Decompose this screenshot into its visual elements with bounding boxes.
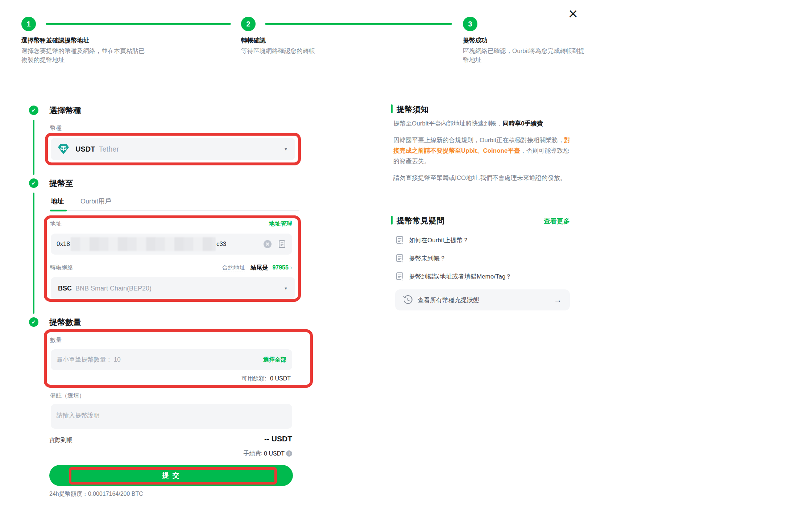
usdt-logo-icon [58,144,69,154]
memo-label: 備註（選填） [50,392,85,400]
dest-section-title: 提幣至 [49,178,73,189]
notice-p1: 提幣至Ourbit平臺內部地址將快速到帳，同時享0手續費 [393,118,572,129]
contract-tail-link[interactable]: 97955 [272,264,289,271]
fee-row: 手續費: 0 USDT i [181,450,292,457]
notice-p3: 請勿直接提幣至眾籌或ICO地址.我們不會處理未來通證的發放。 [393,173,572,183]
faq-item-text: 如何在Ourbit上提幣？ [409,236,469,244]
contract-label[interactable]: 合約地址 [222,264,245,272]
chevron-right-icon[interactable]: › [290,264,292,271]
faq-item-2[interactable]: 提幣未到帳？ [396,254,446,263]
address-redaction [71,237,216,251]
step-3-title: 提幣成功 [463,36,488,45]
fee-label: 手續費: [244,450,262,457]
network-code: BSC [58,285,72,292]
address-manage-link[interactable]: 地址管理 [254,220,292,228]
section-connector-1 [33,120,34,175]
receive-label: 實際到帳 [49,437,72,444]
section-1-check-icon: ✓ [29,106,38,115]
close-button[interactable]: × [568,7,578,20]
chevron-down-icon: ▼ [284,147,288,151]
step-1-title: 選擇幣種並確認提幣地址 [21,36,89,45]
notice-title: 提幣須知 [397,104,428,115]
contract-tail-row: 合約地址 結尾是 97955 › [160,264,292,272]
available-label: 可用餘額: [241,375,266,382]
submit-button[interactable]: 提 交 [49,465,293,486]
tab-active-underline [50,210,67,211]
step-2-desc: 等待區塊網絡確認您的轉帳 [241,46,393,55]
receive-value: -- USDT [181,434,292,443]
quota-text: 24h提幣額度：0.00017164/200 BTC [49,490,143,498]
tab-divider [50,210,299,211]
fee-value: 0 USDT [264,450,285,457]
step-3-number: 3 [463,17,477,31]
section-connector-2 [33,193,34,314]
info-icon[interactable]: i [286,450,292,457]
ends-with-label: 結尾是 [250,264,268,271]
paste-icon[interactable] [278,240,286,248]
available-balance: 可用餘額: 0 USDT [145,375,291,383]
network-select[interactable]: BSC BNB Smart Chain(BEP20) ▼ [51,277,295,300]
address-prefix: 0x18 [57,240,70,248]
faq-more-link[interactable]: 查看更多 [522,217,570,226]
step-3-desc: 區塊網絡已確認，Ourbit將為您完成轉帳到提幣地址 [463,46,591,65]
faq-title: 提幣常見疑問 [397,215,444,226]
arrow-right-icon: → [554,295,562,305]
notice-p2: 因韓國平臺上線新的合規規則，Ourbit正在積極對接相關業務，對接完成之前請不要… [393,135,572,166]
step-1-number: 1 [21,17,36,31]
chevron-down-icon: ▼ [284,286,288,291]
coin-select[interactable]: USDT Tether ▼ [51,138,295,160]
address-input[interactable]: 0x18 c33 [51,234,292,255]
network-label: 轉帳網絡 [50,264,73,272]
address-suffix: c33 [216,240,226,248]
coin-symbol: USDT [75,145,95,153]
history-clock-icon [403,295,413,305]
faq-item-1[interactable]: 如何在Ourbit上提幣？ [396,236,469,244]
faq-accent-bar [391,216,393,224]
step-2-title: 轉帳確認 [241,36,266,45]
document-icon [396,272,404,281]
section-2-check-icon: ✓ [29,178,38,188]
coin-name: Tether [99,145,119,153]
coin-section-title: 選擇幣種 [49,105,81,116]
clear-input-icon[interactable] [263,240,272,248]
amount-label: 數量 [50,337,62,344]
amount-section-title: 提幣數量 [49,317,81,328]
status-link-text: 查看所有幣種充提狀態 [418,296,479,304]
notice-p1-bold: 同時享0手續費 [502,120,543,127]
document-icon [396,254,404,263]
tab-ourbit-user[interactable]: Ourbit用戶 [80,197,111,206]
step-2-number: 2 [241,17,256,31]
memo-input[interactable] [51,404,292,429]
faq-item-text: 提幣到錯誤地址或者填錯Memo/Tag？ [409,272,511,281]
faq-item-3[interactable]: 提幣到錯誤地址或者填錯Memo/Tag？ [396,272,511,281]
tab-address[interactable]: 地址 [51,197,64,206]
notice-accent-bar [391,104,393,113]
select-all-link[interactable]: 選擇全部 [239,356,286,364]
document-icon [396,236,404,244]
coin-status-link[interactable]: 查看所有幣種充提狀態 → [395,289,570,310]
network-name: BNB Smart Chain(BEP20) [75,285,152,292]
step-1-desc: 選擇您要提幣的幣種及網絡，並在本頁粘貼已複製的提幣地址 [21,46,146,65]
withdraw-modal: × 1 2 3 選擇幣種並確認提幣地址 選擇您要提幣的幣種及網絡，並在本頁粘貼已… [0,0,812,515]
address-label: 地址 [50,220,62,228]
coin-label: 幣種 [50,124,62,132]
submit-label: 提 交 [162,471,180,479]
faq-item-text: 提幣未到帳？ [409,254,446,263]
available-value: 0 USDT [270,375,291,382]
step-connector-1 [46,23,231,25]
step-connector-2 [265,23,452,25]
section-3-check-icon: ✓ [29,317,38,327]
close-icon: × [568,5,578,22]
